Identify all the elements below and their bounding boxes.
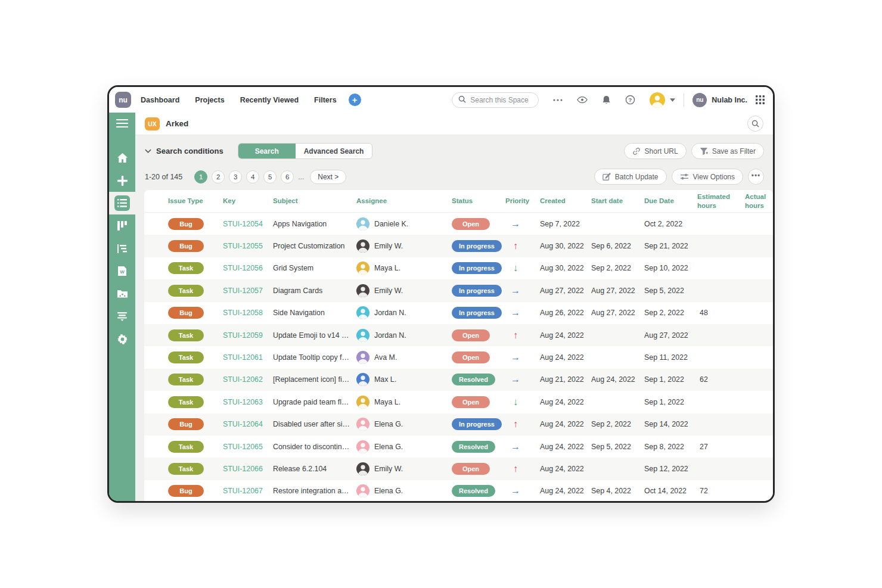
page-button-3[interactable]: 3	[229, 170, 242, 183]
column-header-issue-type[interactable]: Issue Type	[168, 197, 223, 205]
issue-subject[interactable]: Grid System	[273, 264, 356, 272]
issue-subject[interactable]: Project Customization	[273, 242, 356, 250]
column-header-assignee[interactable]: Assignee	[356, 197, 452, 205]
column-header-due-date[interactable]: Due Date	[644, 197, 697, 205]
issue-subject[interactable]: Update Emoji to v14 for...	[273, 331, 356, 340]
table-row[interactable]: TaskSTUI-12056Grid SystemMaya L.In progr…	[144, 257, 773, 279]
notifications-bell-icon[interactable]	[602, 95, 611, 105]
project-search-button[interactable]	[747, 116, 763, 132]
column-header-start-date[interactable]: Start date	[591, 197, 644, 205]
menu-hamburger-icon[interactable]	[116, 119, 128, 130]
status-badge: In progress	[452, 418, 502, 430]
issue-subject[interactable]: Disabled user after sign...	[273, 420, 356, 428]
space-search-input[interactable]: Search this Space	[452, 92, 539, 108]
issue-key-link[interactable]: STUI-12063	[223, 398, 263, 406]
column-header-actual-hours[interactable]: Actual hours	[745, 192, 773, 210]
nav-item-dashboard[interactable]: Dashboard	[141, 96, 179, 104]
table-row[interactable]: BugSTUI-12054Apps NavigationDaniele K.Op…	[144, 213, 773, 235]
issue-key-link[interactable]: STUI-12066	[223, 465, 263, 473]
sidebar-item-wiki[interactable]: W	[109, 260, 135, 282]
created-date: Aug 24, 2022	[540, 398, 591, 406]
table-row[interactable]: BugSTUI-12064Disabled user after sign...…	[144, 413, 773, 435]
issue-key-link[interactable]: STUI-12064	[223, 420, 263, 428]
watch-eye-icon[interactable]	[577, 96, 588, 104]
page-button-4[interactable]: 4	[246, 170, 259, 183]
sidebar-item-issues[interactable]	[109, 192, 135, 214]
column-header-subject[interactable]: Subject	[273, 197, 356, 205]
column-header-created[interactable]: Created	[540, 197, 591, 205]
issue-key-link[interactable]: STUI-12055	[223, 242, 263, 250]
table-row[interactable]: BugSTUI-12067Restore integration and...E…	[144, 480, 773, 502]
nav-item-filters[interactable]: Filters	[314, 96, 337, 104]
issue-key-link[interactable]: STUI-12059	[223, 331, 263, 340]
issue-subject[interactable]: Side Navigation	[273, 309, 356, 317]
next-page-button[interactable]: Next >	[310, 170, 346, 184]
view-options-button[interactable]: View Options	[672, 169, 743, 185]
org-logo[interactable]: nu	[692, 93, 707, 107]
issue-subject[interactable]: Diagram Cards	[273, 287, 356, 295]
column-header-status[interactable]: Status	[452, 197, 505, 205]
issue-subject[interactable]: [Replacement icon] fix...	[273, 375, 356, 384]
more-actions-button[interactable]: •••	[748, 169, 764, 185]
nav-item-projects[interactable]: Projects	[195, 96, 224, 104]
sidebar-item-home[interactable]	[109, 147, 135, 169]
org-name[interactable]: Nulab Inc.	[712, 96, 747, 104]
status-badge: Resolved	[452, 485, 495, 497]
table-row[interactable]: BugSTUI-12055Project CustomizationEmily …	[144, 235, 773, 257]
issue-subject[interactable]: Upgrade paid team flow	[273, 398, 356, 406]
user-avatar[interactable]	[650, 92, 665, 108]
more-options-icon[interactable]	[553, 99, 563, 101]
table-row[interactable]: TaskSTUI-12057Diagram CardsEmily W.In pr…	[144, 279, 773, 301]
sidebar-item-files[interactable]	[109, 282, 135, 305]
due-date: Sep 1, 2022	[644, 375, 697, 384]
issue-key-link[interactable]: STUI-12054	[223, 220, 263, 228]
issue-subject[interactable]: Release 6.2.104	[273, 465, 356, 473]
save-as-filter-button[interactable]: Save as Filter	[691, 143, 764, 159]
table-row[interactable]: TaskSTUI-12059Update Emoji to v14 for...…	[144, 324, 773, 346]
batch-update-button[interactable]: Batch Update	[594, 169, 667, 185]
issue-key-link[interactable]: STUI-12065	[223, 443, 263, 451]
nulab-logo[interactable]: nu	[115, 92, 131, 108]
table-row[interactable]: TaskSTUI-12062[Replacement icon] fix...M…	[144, 369, 773, 391]
issue-key-link[interactable]: STUI-12061	[223, 353, 263, 362]
sidebar-item-repositories[interactable]	[109, 305, 135, 328]
issue-key-link[interactable]: STUI-12057	[223, 287, 263, 295]
sidebar-item-add[interactable]	[109, 169, 135, 192]
apps-grid-icon[interactable]	[756, 95, 765, 104]
issue-subject[interactable]: Consider to discontinue...	[273, 443, 356, 451]
issue-key-link[interactable]: STUI-12056	[223, 264, 263, 272]
column-header-key[interactable]: Key	[223, 197, 273, 205]
tab-search[interactable]: Search	[238, 144, 296, 158]
table-row[interactable]: TaskSTUI-12065Consider to discontinue...…	[144, 435, 773, 458]
help-icon[interactable]: ?	[625, 95, 635, 105]
tab-advanced-search[interactable]: Advanced Search	[296, 144, 372, 158]
table-row[interactable]: TaskSTUI-12061Update Tooltip copy for...…	[144, 346, 773, 368]
divider	[684, 94, 684, 107]
nav-item-recently-viewed[interactable]: Recently Viewed	[240, 96, 299, 104]
page-button-2[interactable]: 2	[212, 170, 225, 183]
table-row[interactable]: TaskSTUI-12066Release 6.2.104Emily W.Ope…	[144, 458, 773, 480]
table-row[interactable]: BugSTUI-12058Side NavigationJordan N.In …	[144, 302, 773, 324]
column-header-priority[interactable]: Priority	[505, 197, 540, 205]
issue-subject[interactable]: Restore integration and...	[273, 487, 356, 495]
sidebar-item-gantt[interactable]	[109, 237, 135, 260]
issue-subject[interactable]: Apps Navigation	[273, 220, 356, 228]
sidebar-item-settings[interactable]	[109, 328, 135, 350]
project-badge[interactable]: UX	[145, 117, 160, 130]
table-row[interactable]: TaskSTUI-12063Upgrade paid team flowMaya…	[144, 391, 773, 413]
page-button-5[interactable]: 5	[263, 170, 277, 183]
page-button-1[interactable]: 1	[194, 170, 207, 183]
page-button-6[interactable]: 6	[281, 170, 294, 183]
chevron-down-icon[interactable]	[670, 98, 675, 102]
issue-key-link[interactable]: STUI-12067	[223, 487, 263, 495]
add-button[interactable]: +	[349, 94, 361, 106]
issue-key-link[interactable]: STUI-12062	[223, 375, 263, 384]
issue-key-link[interactable]: STUI-12058	[223, 309, 263, 317]
status-badge: Open	[452, 218, 490, 230]
assignee-cell: Emily W.	[356, 284, 452, 297]
sidebar-item-board[interactable]	[109, 214, 135, 237]
search-conditions-toggle[interactable]: Search conditions	[145, 147, 223, 155]
issue-subject[interactable]: Update Tooltip copy for...	[273, 353, 356, 362]
column-header-estimated-hours[interactable]: Estimated hours	[697, 192, 745, 210]
short-url-button[interactable]: Short URL	[624, 143, 687, 159]
